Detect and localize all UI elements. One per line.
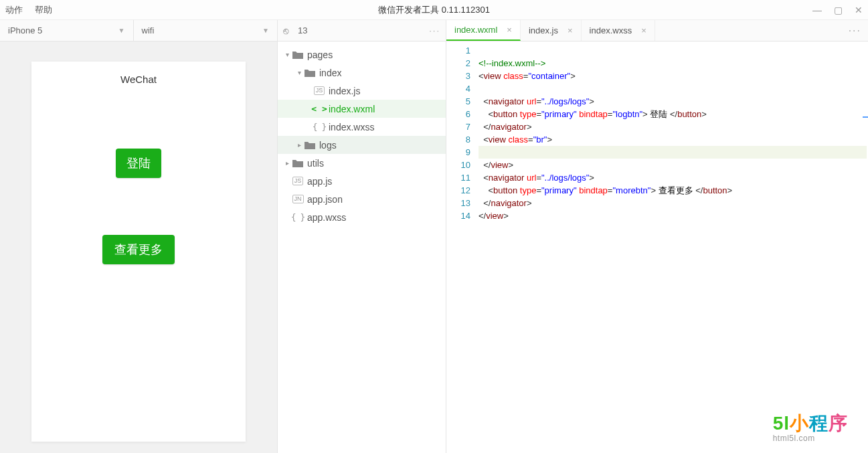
close-icon[interactable]: × <box>507 25 512 35</box>
editor-tabs: index.wxml×index.js×index.wxss× ··· <box>446 20 868 41</box>
file-tree-toolbar: ⎋ 13 ··· <box>278 20 446 41</box>
folder-label: utils <box>307 158 324 169</box>
menu-action[interactable]: 动作 <box>5 4 23 16</box>
menu-help[interactable]: 帮助 <box>35 4 52 16</box>
device-selector[interactable]: iPhone 5 ▼ <box>0 20 134 41</box>
folder-label: index <box>319 68 341 78</box>
folder-pages[interactable]: ▾pages <box>278 46 446 64</box>
file-index-wxml[interactable]: < >index.wxml <box>278 100 446 118</box>
phone-frame: WeChat 登陆 查看更多 <box>31 62 246 442</box>
folder-label: logs <box>319 140 337 151</box>
editor-gutter: 1234567891011121314 <box>446 41 479 453</box>
window-title: 微信开发者工具 0.11.112301 <box>378 4 490 16</box>
chevron-down-icon: ▼ <box>262 27 269 34</box>
file-app-json[interactable]: JNapp.json <box>278 190 446 208</box>
file-app-wxss[interactable]: { }app.wxss <box>278 208 446 226</box>
tree-more-icon[interactable]: ··· <box>429 25 440 35</box>
phone-header: WeChat <box>120 74 157 85</box>
file-label: index.wxss <box>329 122 374 132</box>
editor-more-icon[interactable]: ··· <box>849 25 861 37</box>
editor-tab-index-js[interactable]: index.js× <box>521 20 582 41</box>
file-index-wxss[interactable]: { }index.wxss <box>278 118 446 136</box>
login-button[interactable]: 登陆 <box>116 149 161 178</box>
file-label: index.js <box>329 86 360 96</box>
preview-pane: WeChat 登陆 查看更多 <box>0 41 278 453</box>
tab-label: index.wxml <box>454 25 497 35</box>
toolbar: iPhone 5 ▼ wifi ▼ ⎋ 13 ··· index.wxml×in… <box>0 20 868 41</box>
close-icon[interactable]: × <box>641 25 646 35</box>
watermark-logo: 5l小程序 html5l.com <box>773 414 848 442</box>
file-tree: ▾pages ▾index JSindex.js < >index.wxml {… <box>278 41 446 453</box>
device-label: iPhone 5 <box>8 25 42 35</box>
file-label: app.json <box>307 194 343 205</box>
network-selector[interactable]: wifi ▼ <box>134 20 277 41</box>
editor-tab-index-wxml[interactable]: index.wxml× <box>446 20 521 41</box>
folder-logs[interactable]: ▸logs <box>278 136 446 154</box>
minimize-icon[interactable]: — <box>812 5 822 15</box>
view-more-button[interactable]: 查看更多 <box>102 235 175 264</box>
titlebar: 动作 帮助 微信开发者工具 0.11.112301 — ▢ ✕ <box>0 0 868 20</box>
network-label: wifi <box>142 25 155 35</box>
tree-settings-icon[interactable]: ⎋ <box>283 25 288 36</box>
code-editor[interactable]: 1234567891011121314 <!--index.wxml--><vi… <box>446 41 868 453</box>
editor-content[interactable]: <!--index.wxml--><view class="container"… <box>479 41 868 453</box>
file-label: index.wxml <box>329 104 375 114</box>
tab-label: index.js <box>529 25 558 35</box>
folder-utils[interactable]: ▸utils <box>278 154 446 172</box>
scroll-marker <box>863 116 868 118</box>
file-app-js[interactable]: JSapp.js <box>278 172 446 190</box>
close-icon[interactable]: ✕ <box>855 5 863 15</box>
folder-index[interactable]: ▾index <box>278 64 446 82</box>
tab-label: index.wxss <box>590 25 632 35</box>
file-label: app.wxss <box>307 212 346 223</box>
editor-tab-index-wxss[interactable]: index.wxss× <box>582 20 655 41</box>
maximize-icon[interactable]: ▢ <box>834 5 843 15</box>
file-index-js[interactable]: JSindex.js <box>278 82 446 100</box>
folder-label: pages <box>307 50 333 60</box>
close-icon[interactable]: × <box>568 25 573 35</box>
tree-item-count: 13 <box>298 25 307 35</box>
file-label: app.js <box>307 176 332 187</box>
chevron-down-icon: ▼ <box>118 27 125 34</box>
